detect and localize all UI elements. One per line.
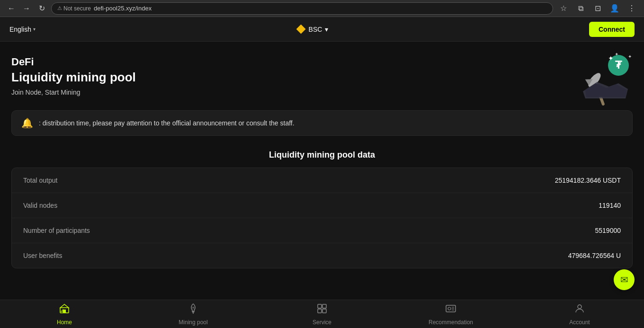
announcement-banner: 🔔 : distribution time, please pay attent… — [11, 110, 633, 136]
nav-item-mining-pool[interactable]: Mining pool — [129, 300, 258, 328]
svg-point-15 — [192, 307, 194, 309]
nav-label-recommendation: Recommendation — [429, 319, 473, 326]
hero-section: DeFi Liquidity mining pool Join Node, St… — [11, 56, 633, 96]
row-value-0: 25194182.3646 USDT — [555, 177, 621, 184]
nav-label-mining-pool: Mining pool — [179, 319, 207, 326]
svg-text:✦: ✦ — [608, 54, 614, 62]
svg-rect-17 — [322, 304, 326, 308]
svg-rect-18 — [318, 309, 322, 313]
refresh-button[interactable]: ↻ — [36, 3, 47, 14]
table-row: User benefits 479684.726564 U — [12, 243, 632, 268]
bottom-nav: Home Mining pool Service — [0, 300, 644, 328]
announcement-text: : distribution time, please pay attentio… — [39, 119, 295, 127]
browser-chrome: ← → ↻ Not secure defi-pool25.xyz/index ☆… — [0, 0, 644, 17]
table-row: Total output 25194182.3646 USDT — [12, 168, 632, 193]
nav-item-home[interactable]: Home — [0, 300, 129, 328]
svg-rect-11 — [63, 310, 66, 313]
language-label: English — [9, 26, 31, 33]
url-text: defi-pool25.xyz/index — [94, 5, 152, 12]
home-icon — [59, 303, 70, 317]
svg-rect-16 — [318, 304, 322, 308]
svg-rect-19 — [322, 309, 326, 313]
svg-text:₮: ₮ — [615, 59, 622, 71]
table-row: Valid nodes 119140 — [12, 193, 632, 218]
profile-button[interactable]: 👤 — [608, 2, 621, 15]
menu-button[interactable]: ⋮ — [625, 2, 638, 15]
svg-point-22 — [578, 305, 581, 309]
nav-label-home: Home — [57, 319, 72, 326]
nav-item-service[interactable]: Service — [258, 300, 386, 328]
bookmark-button[interactable]: ☆ — [557, 2, 570, 15]
row-label-0: Total output — [23, 177, 57, 184]
not-secure-badge: Not secure — [57, 5, 91, 12]
connect-button[interactable]: Connect — [589, 22, 635, 37]
pool-data-title: Liquidity mining pool data — [11, 150, 633, 160]
language-selector[interactable]: English ▾ — [9, 26, 36, 33]
recommendation-icon — [445, 303, 456, 317]
hero-title-line1: DeFi — [11, 56, 633, 68]
service-icon — [316, 303, 328, 317]
forward-button[interactable]: → — [21, 3, 32, 14]
svg-text:✦: ✦ — [628, 54, 632, 59]
address-bar[interactable]: Not secure defi-pool25.xyz/index — [51, 2, 553, 15]
nav-item-recommendation[interactable]: Recommendation — [386, 300, 515, 328]
row-value-3: 479684.726564 U — [568, 252, 621, 259]
hero-illustration: ₮ ✦ ✦ ✦ — [576, 51, 633, 108]
extension-button[interactable]: ⧉ — [574, 2, 587, 15]
row-value-2: 5519000 — [595, 227, 621, 234]
network-selector[interactable]: BSC ▾ — [296, 25, 329, 34]
mining-pool-icon — [188, 303, 199, 317]
bsc-diamond-icon — [296, 25, 306, 34]
app-header: English ▾ BSC ▾ Connect — [0, 17, 644, 42]
language-chevron: ▾ — [33, 27, 36, 32]
hero-title-line2: Liquidity mining pool — [11, 70, 633, 85]
float-chat-button[interactable] — [614, 269, 635, 290]
bell-icon: 🔔 — [21, 117, 33, 129]
back-button[interactable]: ← — [6, 3, 17, 14]
nav-item-account[interactable]: Account — [515, 300, 644, 328]
browser-actions: ☆ ⧉ ⊡ 👤 ⋮ — [557, 2, 638, 15]
main-content: DeFi Liquidity mining pool Join Node, St… — [0, 42, 644, 302]
pool-data-section: Liquidity mining pool data Total output … — [11, 150, 633, 268]
row-label-3: User benefits — [23, 252, 62, 259]
account-icon — [574, 303, 585, 317]
network-chevron: ▾ — [325, 26, 328, 33]
nav-label-service: Service — [313, 319, 331, 326]
data-table: Total output 25194182.3646 USDT Valid no… — [11, 168, 633, 268]
table-row: Number of participants 5519000 — [12, 218, 632, 243]
row-label-1: Valid nodes — [23, 202, 57, 209]
row-value-1: 119140 — [599, 202, 621, 209]
svg-point-21 — [448, 307, 451, 310]
nav-label-account: Account — [569, 319, 590, 326]
row-label-2: Number of participants — [23, 227, 90, 234]
split-screen-button[interactable]: ⊡ — [591, 2, 604, 15]
svg-text:✦: ✦ — [615, 52, 618, 57]
network-label: BSC — [309, 26, 322, 33]
hero-subtitle: Join Node, Start Mining — [11, 89, 633, 96]
